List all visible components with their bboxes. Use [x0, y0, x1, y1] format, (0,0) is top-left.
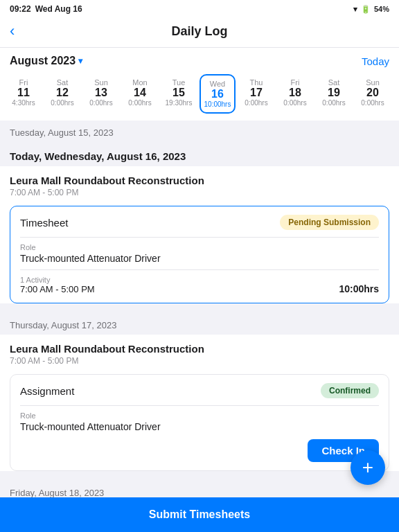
fab-button[interactable]: + [351, 450, 385, 485]
card-header: Leura Mall Roundabout Reconstruction 7:0… [0, 166, 399, 199]
day-item-19[interactable]: Sat 19 0:00hrs [316, 74, 352, 114]
day-number: 17 [250, 87, 263, 99]
day-number: 19 [328, 87, 340, 99]
role-label: Role [20, 411, 379, 420]
card-header: Leura Mall Roundabout Reconstruction 7:0… [0, 335, 399, 367]
status-day: Wed Aug 16 [35, 4, 82, 14]
assignment-header: Assignment Confirmed [20, 383, 379, 398]
day-scroller[interactable]: Fri 11 4:30hrs Sat 12 0:00hrs Sun 13 0:0… [0, 71, 399, 121]
status-bar: 09:22 Wed Aug 16 ▾ 🔋 54% [0, 0, 399, 17]
assignment-label: Assignment [20, 385, 74, 397]
activity-info: 1 Activity 7:00 AM - 5:00 PM [20, 276, 95, 294]
activity-count: 1 Activity [20, 276, 95, 284]
timesheet-label: Timesheet [20, 217, 68, 229]
day-item-14[interactable]: Mon 14 0:00hrs [122, 74, 158, 114]
day-item-21[interactable]: Mon 21 0:00hrs [393, 74, 399, 114]
project-title: Leura Mall Roundabout Reconstruction [10, 343, 389, 355]
status-time: 09:22 [10, 4, 31, 14]
day-item-11[interactable]: Fri 11 4:30hrs [6, 74, 42, 114]
timesheet-card: Timesheet Pending Submission Role Truck-… [10, 206, 389, 303]
entry-card: Leura Mall Roundabout Reconstruction 7:0… [0, 335, 399, 471]
section-date: Thursday, August 17, 2023 [0, 313, 399, 335]
assignment-card: Assignment Confirmed Role Truck-mounted … [10, 374, 389, 471]
sections-container: Tuesday, August 15, 2023Today, Wednesday… [0, 121, 399, 532]
day-item-16[interactable]: Wed 16 10:00hrs [200, 74, 236, 114]
section-date: Today, Wednesday, August 16, 2023 [0, 142, 399, 166]
day-number: 18 [289, 87, 301, 99]
day-hours: 0:00hrs [283, 99, 306, 107]
project-time: 7:00 AM - 5:00 PM [10, 356, 389, 366]
pending-badge: Pending Submission [280, 215, 379, 230]
day-hours: 0:00hrs [322, 99, 345, 107]
day-name: Thu [250, 78, 263, 87]
role-value: Truck-mounted Attenuator Driver [20, 253, 379, 264]
day-hours: 4:30hrs [12, 99, 35, 107]
day-name: Tue [172, 78, 186, 87]
day-hours: 0:00hrs [128, 99, 151, 107]
today-button[interactable]: Today [362, 55, 389, 67]
submit-timesheets-button[interactable]: Submit Timesheets [0, 497, 399, 532]
wifi-icon: ▾ [353, 5, 357, 14]
project-title: Leura Mall Roundabout Reconstruction [10, 175, 389, 186]
entry-card: Leura Mall Roundabout Reconstruction 7:0… [0, 166, 399, 303]
day-item-12[interactable]: Sat 12 0:00hrs [44, 74, 80, 114]
day-item-13[interactable]: Sun 13 0:00hrs [83, 74, 119, 114]
day-hours: 0:00hrs [51, 99, 73, 107]
back-button[interactable]: ‹ [10, 22, 21, 40]
month-row: August 2023 ▾ Today [0, 48, 399, 71]
day-hours: 19:30hrs [166, 99, 193, 107]
role-label: Role [20, 243, 379, 251]
project-time: 7:00 AM - 5:00 PM [10, 188, 389, 197]
day-name: Sat [57, 78, 69, 87]
day-hours: 0:00hrs [89, 99, 112, 107]
day-name: Sat [328, 78, 340, 87]
day-name: Fri [291, 78, 300, 87]
month-label[interactable]: August 2023 ▾ [10, 55, 82, 67]
day-name: Wed [210, 80, 225, 88]
day-number: 14 [134, 87, 146, 99]
day-hours: 0:00hrs [361, 99, 384, 107]
signal-icon: 🔋 [361, 5, 371, 14]
day-number: 13 [95, 87, 107, 99]
timesheet-header: Timesheet Pending Submission [20, 215, 379, 230]
day-item-15[interactable]: Tue 15 19:30hrs [161, 74, 197, 114]
day-name: Sun [94, 78, 108, 87]
day-hours: 0:00hrs [245, 99, 267, 107]
divider [20, 405, 379, 406]
scroll-content: August 2023 ▾ Today Fri 11 4:30hrs Sat 1… [0, 48, 399, 532]
day-item-17[interactable]: Thu 17 0:00hrs [238, 74, 274, 114]
divider [20, 269, 379, 270]
page-title: Daily Log [171, 24, 227, 39]
header: ‹ Daily Log [0, 17, 399, 48]
day-number: 15 [172, 87, 185, 99]
divider [20, 237, 379, 238]
chevron-down-icon: ▾ [78, 56, 82, 66]
section-date: Tuesday, August 15, 2023 [0, 121, 399, 142]
day-name: Fri [19, 78, 28, 87]
day-name: Sun [366, 78, 380, 87]
day-number: 20 [366, 87, 379, 99]
day-number: 12 [56, 87, 69, 99]
day-hours: 10:00hrs [204, 100, 231, 108]
activity-time: 7:00 AM - 5:00 PM [20, 284, 95, 294]
checkin-row: Check In [20, 439, 379, 462]
day-name: Mon [132, 78, 147, 87]
activity-hours: 10:00hrs [339, 283, 379, 294]
day-item-18[interactable]: Fri 18 0:00hrs [277, 74, 313, 114]
role-value: Truck-mounted Attenuator Driver [20, 421, 379, 432]
battery-label: 54% [374, 5, 389, 13]
day-number: 16 [211, 88, 224, 100]
activity-row: 1 Activity 7:00 AM - 5:00 PM 10:00hrs [20, 276, 379, 294]
month-text: August 2023 [10, 55, 76, 67]
day-number: 11 [17, 87, 30, 99]
confirmed-badge: Confirmed [321, 383, 379, 398]
day-item-20[interactable]: Sun 20 0:00hrs [355, 74, 391, 114]
